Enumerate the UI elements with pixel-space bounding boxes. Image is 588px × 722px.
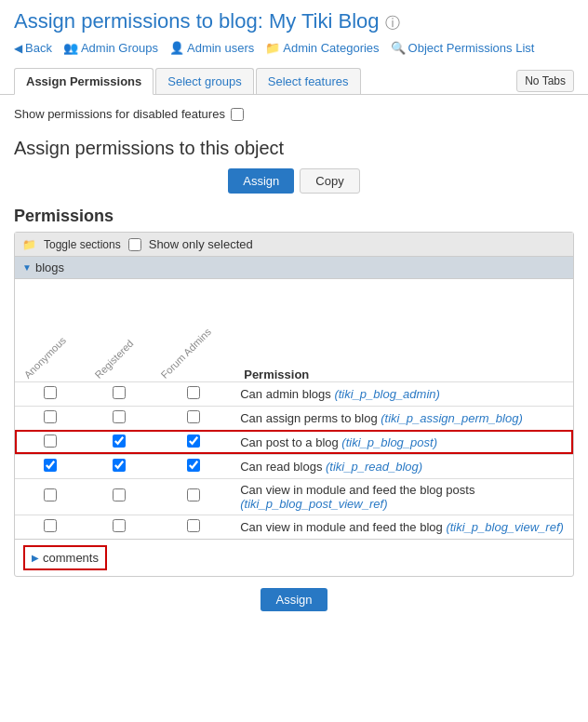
tab-select-features-label: Select features (268, 74, 349, 88)
show-only-label: Show only selected (149, 237, 253, 251)
perm-name-text: Can admin blogs (240, 387, 334, 401)
permission-checkbox[interactable] (44, 519, 57, 532)
permission-checkbox[interactable] (113, 386, 126, 399)
permission-checkbox[interactable] (187, 519, 200, 532)
perm-code-text: (tiki_p_assign_perm_blog) (381, 411, 522, 425)
table-row: Can assign perms to blog (tiki_p_assign_… (15, 406, 573, 430)
admin-users-icon: 👤 (169, 41, 184, 55)
bottom-assign-row: Assign (14, 577, 574, 619)
permission-checkbox[interactable] (113, 435, 126, 448)
permission-checkbox[interactable] (44, 386, 57, 399)
permission-checkbox[interactable] (113, 459, 126, 472)
check-cell-0 (15, 515, 86, 539)
check-cell-2 (152, 454, 234, 478)
col-forum-admins-header: Forum Admins (152, 279, 234, 381)
folder-icon: 📁 (22, 238, 36, 251)
tab-assign-permissions[interactable]: Assign Permissions (14, 68, 154, 95)
check-cell-1 (86, 515, 152, 539)
back-link[interactable]: ◀ Back (14, 41, 52, 55)
admin-users-label: Admin users (187, 41, 254, 55)
permission-checkbox[interactable] (44, 410, 57, 423)
permission-checkbox[interactable] (44, 488, 57, 501)
assign-top-button[interactable]: Assign (228, 168, 294, 194)
help-icon[interactable]: ⓘ (385, 15, 400, 31)
admin-users-link[interactable]: 👤 Admin users (169, 41, 254, 55)
admin-groups-icon: 👥 (63, 41, 78, 55)
assign-object-title-text: Assign permissions to this object (14, 138, 284, 158)
copy-label: Copy (315, 174, 343, 188)
permission-checkbox[interactable] (44, 435, 57, 448)
admin-groups-label: Admin Groups (81, 41, 158, 55)
permission-checkbox[interactable] (187, 386, 200, 399)
tabs-bar: Assign Permissions Select groups Select … (0, 68, 588, 95)
admin-categories-link[interactable]: 📁 Admin Categories (265, 41, 379, 55)
check-cell-0 (15, 478, 86, 515)
assign-copy-row: Assign Copy (14, 168, 574, 194)
col-permission-header: Permission (234, 279, 573, 381)
object-permissions-label: Object Permissions List (408, 41, 535, 55)
page-header: Assign permissions to blog: My Tiki Blog… (0, 0, 588, 60)
assign-bottom-label: Assign (275, 593, 312, 607)
col-registered-header: Registered (86, 279, 152, 381)
check-cell-2 (152, 478, 234, 515)
assign-bottom-button[interactable]: Assign (261, 588, 327, 611)
permission-label: Can admin blogs (tiki_p_blog_admin) (234, 381, 573, 406)
permission-checkbox[interactable] (113, 488, 126, 501)
admin-categories-icon: 📁 (265, 41, 280, 55)
col-anon-header: Anonymous (15, 279, 86, 381)
admin-categories-label: Admin Categories (283, 41, 379, 55)
col-forum-admins-label: Forum Admins (159, 326, 214, 381)
toggle-sections-label: Toggle sections (44, 238, 121, 251)
blogs-section-header: ▼ blogs (15, 257, 573, 279)
tab-select-groups[interactable]: Select groups (155, 68, 254, 94)
permissions-title: Permissions (14, 207, 574, 226)
comments-section-toggle[interactable]: ▶ comments (24, 546, 106, 569)
object-permissions-link[interactable]: 🔍 Object Permissions List (391, 41, 535, 55)
back-arrow-icon: ◀ (14, 42, 22, 55)
blogs-group-label: blogs (35, 261, 64, 274)
perm-name-text: Can assign perms to blog (240, 411, 381, 425)
permission-checkbox[interactable] (187, 459, 200, 472)
perm-code-text: (tiki_p_blog_post) (341, 435, 437, 449)
check-cell-0 (15, 454, 86, 478)
no-tabs-label: No Tabs (525, 74, 566, 87)
no-tabs-button[interactable]: No Tabs (516, 70, 574, 92)
check-cell-0 (15, 406, 86, 430)
tab-select-features[interactable]: Select features (256, 68, 361, 94)
perm-name-text: Can read blogs (240, 460, 326, 474)
check-cell-2 (152, 406, 234, 430)
admin-groups-link[interactable]: 👥 Admin Groups (63, 41, 158, 55)
table-row: Can view in module and feed the blog pos… (15, 478, 573, 515)
permission-checkbox[interactable] (187, 488, 200, 501)
permission-checkbox[interactable] (44, 459, 57, 472)
tab-select-groups-label: Select groups (167, 74, 242, 88)
triangle-down-icon: ▼ (22, 262, 32, 273)
permission-label: Can read blogs (tiki_p_read_blog) (234, 454, 573, 478)
check-cell-2 (152, 515, 234, 539)
show-disabled-checkbox[interactable] (231, 108, 244, 121)
permission-checkbox[interactable] (187, 435, 200, 448)
check-cell-1 (86, 430, 152, 454)
check-cell-2 (152, 381, 234, 406)
permission-checkbox[interactable] (113, 410, 126, 423)
toolbar-row: 📁 Toggle sections Show only selected (15, 233, 573, 257)
permission-checkbox[interactable] (113, 519, 126, 532)
col-registered-label: Registered (93, 337, 136, 380)
toggle-sections-btn[interactable]: Toggle sections (44, 238, 121, 251)
permission-label: Can view in module and feed the blog pos… (234, 478, 573, 515)
back-label: Back (25, 41, 52, 55)
table-row: Can view in module and feed the blog (ti… (15, 515, 573, 539)
comments-label: comments (43, 551, 99, 565)
check-cell-1 (86, 478, 152, 515)
perm-name-text: Can view in module and feed the blog pos… (240, 483, 474, 497)
object-permissions-icon: 🔍 (391, 41, 406, 55)
column-headers-row: Anonymous Registered Forum Admins Permis… (15, 279, 573, 381)
perm-name-text: Can post to a blog (240, 435, 341, 449)
col-anon-label: Anonymous (22, 334, 69, 381)
comments-row: ▶ comments (15, 539, 573, 576)
table-row: Can read blogs (tiki_p_read_blog) (15, 454, 573, 478)
copy-button[interactable]: Copy (300, 168, 359, 194)
check-cell-1 (86, 381, 152, 406)
show-only-selected-checkbox[interactable] (128, 238, 141, 251)
permission-checkbox[interactable] (187, 410, 200, 423)
